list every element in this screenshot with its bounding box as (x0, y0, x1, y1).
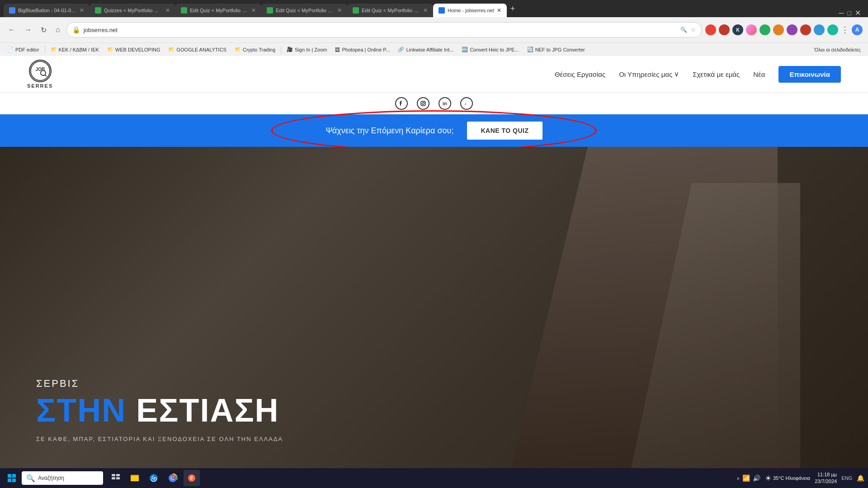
hero-section: ΣΕΡΒΙΣ ΣΤΗΝ ΕΣΤΙΑΣΗ ΣΕ ΚΑΦΕ, ΜΠΑΡ, ΕΣΤΙΑ… (0, 147, 868, 488)
extension-icon-2[interactable] (719, 24, 730, 35)
svg-text:F: F (190, 476, 193, 481)
tab-3-close[interactable]: ✕ (251, 7, 256, 14)
tab-6-close[interactable]: ✕ (497, 7, 501, 14)
tab-3-label: Edit Quiz < MyPortfolio — Wor... (190, 8, 249, 13)
linkedin-icon[interactable]: in (439, 97, 451, 110)
address-bar[interactable]: 🔒 jobserres.net 🔍 ☆ (66, 22, 702, 38)
pdf-icon: 📄 (7, 47, 14, 52)
taskbar-icons: F (108, 470, 200, 486)
facebook-icon[interactable] (395, 97, 408, 110)
bookmark-analytics[interactable]: 📁 GOOGLE ANALYTICS (165, 45, 230, 54)
back-button[interactable]: ← (5, 24, 18, 36)
social-bar: in ♪ (0, 92, 868, 114)
tab-5[interactable]: Edit Quiz < MyPortfolio — Wor... ✕ (347, 4, 433, 17)
bookmark-photopea-label: Photopea | Online P... (342, 47, 390, 52)
bookmark-webdev[interactable]: 📁 WEB DEVELOPING (104, 45, 164, 54)
tab-5-close[interactable]: ✕ (423, 7, 428, 14)
close-button[interactable]: ✕ (855, 9, 861, 17)
taskbar: 🔍 Αναζήτηση (0, 468, 868, 488)
extensions-button[interactable]: ⋮ (841, 25, 849, 35)
taskbar-edge-icon[interactable] (146, 470, 162, 486)
extension-icon-5[interactable] (773, 24, 784, 35)
quiz-button[interactable]: ΚΑΝΕ ΤΟ QUIZ (467, 122, 542, 140)
taskbar-clock[interactable]: 11:18 μμ 23/7/2024 (815, 471, 837, 485)
extension-icon-9[interactable] (827, 24, 838, 35)
speaker-icon[interactable]: 🔊 (753, 474, 760, 482)
tab-4-close[interactable]: ✕ (337, 7, 342, 14)
start-button[interactable] (4, 470, 20, 486)
hero-description: ΣΕ ΚΑΦΕ, ΜΠΑΡ, ΕΣΤΙΑΤΟΡΙΑ ΚΑΙ ΞΕΝΟΔΟΧΕΙΑ… (36, 436, 283, 442)
svg-text:JOB: JOB (35, 67, 45, 72)
tab-1-close[interactable]: ✕ (80, 7, 84, 14)
extension-icon-8[interactable] (814, 24, 825, 35)
browser-toolbar: ← → ↻ ⌂ 🔒 jobserres.net 🔍 ☆ K ⋮ A (0, 17, 868, 42)
extension-icon-4[interactable] (760, 24, 770, 35)
folder-icon-1: 📁 (51, 47, 57, 52)
tab-2-favicon (95, 7, 101, 14)
notification-icon[interactable]: 🔔 (857, 474, 864, 482)
reload-button[interactable]: ↻ (38, 24, 49, 36)
hero-title: ΣΤΗΝ ΕΣΤΙΑΣΗ (36, 394, 283, 427)
tab-4[interactable]: Edit Quiz < MyPortfolio — Wor... ✕ (261, 4, 347, 17)
nav-services[interactable]: Οι Υπηρεσίες μας ∨ (619, 70, 679, 78)
contact-button[interactable]: Επικοινωνία (778, 66, 841, 83)
svg-rect-16 (116, 477, 120, 479)
bookmark-kek[interactable]: 📁 ΚΕΚ / ΚΔΒΜ / ΙΕΚ (47, 45, 103, 54)
tab-2-label: Quizzes < MyPortfolio — Word... (104, 8, 163, 13)
minimize-button[interactable]: ─ (839, 9, 844, 17)
taskbar-multitask-icon[interactable] (108, 470, 124, 486)
new-tab-button[interactable]: + (507, 4, 519, 14)
bookmark-all-label: Όλοι οι σελιδοδείκτες (815, 47, 861, 52)
tab-1[interactable]: BigBlueButton - 04-01-01-... ✕ (4, 4, 90, 17)
tab-2-close[interactable]: ✕ (165, 7, 170, 14)
up-arrow-icon[interactable]: ∧ (736, 476, 740, 481)
language-indicator[interactable]: ENG (841, 475, 852, 481)
home-button[interactable]: ⌂ (53, 24, 63, 36)
tab-2[interactable]: Quizzes < MyPortfolio — Word... ✕ (90, 4, 175, 17)
svg-point-6 (424, 102, 425, 103)
heic-icon: 🔤 (462, 47, 468, 52)
tab-6[interactable]: Home - jobserres.net ✕ (433, 4, 507, 17)
extension-icon-7[interactable] (800, 24, 811, 35)
profile-icon[interactable]: A (852, 24, 863, 35)
bookmark-star-icon[interactable]: ☆ (691, 27, 696, 33)
search-icon: 🔍 (680, 27, 687, 33)
bookmark-all[interactable]: Όλοι οι σελιδοδείκτες (811, 46, 865, 54)
bookmark-nef-label: NEF to JPG Converter (535, 47, 585, 52)
tab-bar: BigBlueButton - 04-01-01-... ✕ Quizzes <… (0, 0, 868, 17)
network-icon[interactable]: 📶 (742, 474, 750, 482)
extension-icon-1[interactable] (705, 24, 716, 35)
extension-icon-6[interactable] (787, 24, 797, 35)
svg-rect-18 (131, 476, 139, 481)
taskbar-explorer-icon[interactable] (127, 470, 143, 486)
bookmarks-bar: 📄 PDF editor 📁 ΚΕΚ / ΚΔΒΜ / ΙΕΚ 📁 WEB DE… (0, 42, 868, 56)
nav-news[interactable]: Νέα (753, 70, 765, 78)
extension-icon-k[interactable]: K (732, 24, 743, 35)
instagram-icon[interactable] (417, 97, 429, 110)
svg-rect-11 (8, 479, 11, 482)
forward-button[interactable]: → (22, 24, 34, 36)
bookmark-photopea[interactable]: 🖼 Photopea | Online P... (331, 46, 393, 54)
bookmark-zoom[interactable]: 🎥 Sign In | Zoom (283, 45, 330, 54)
maximize-button[interactable]: □ (848, 9, 851, 17)
taskbar-search[interactable]: 🔍 Αναζήτηση (22, 471, 103, 485)
taskbar-chrome-icon[interactable] (165, 470, 181, 486)
taskbar-search-icon: 🔍 (26, 474, 35, 483)
bookmark-crypto-label: Crypto Trading (243, 47, 275, 52)
tiktok-icon[interactable]: ♪ (460, 97, 473, 110)
tab-1-label: BigBlueButton - 04-01-01-... (18, 8, 77, 13)
extension-icon-3[interactable] (746, 24, 757, 35)
bookmark-linkwise[interactable]: 🔗 Linkwise Affiliate Int... (394, 45, 457, 54)
nav-about[interactable]: Σχετικά με εμάς (693, 70, 740, 78)
bookmark-crypto[interactable]: 📁 Crypto Trading (231, 45, 279, 54)
site-logo[interactable]: JOB SERRES (27, 60, 53, 89)
svg-point-23 (171, 477, 174, 479)
bookmark-pdf-editor[interactable]: 📄 PDF editor (4, 45, 43, 54)
taskbar-app5-icon[interactable]: F (184, 470, 200, 486)
nav-jobs[interactable]: Θέσεις Εργασίας (555, 70, 605, 78)
taskbar-search-text: Αναζήτηση (38, 475, 64, 481)
bookmark-heic[interactable]: 🔤 Convert Heic to JPE... (458, 45, 522, 54)
tab-3[interactable]: Edit Quiz < MyPortfolio — Wor... ✕ (175, 4, 261, 17)
bookmark-nef[interactable]: 🔄 NEF to JPG Converter (524, 45, 589, 54)
bookmark-linkwise-label: Linkwise Affiliate Int... (406, 47, 453, 52)
